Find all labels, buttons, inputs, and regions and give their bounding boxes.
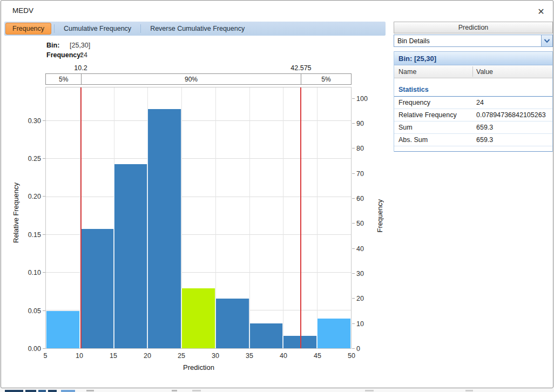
table-row[interactable]: Relative Frequency0.07894736842105263 (394, 109, 552, 121)
tick-mark (352, 273, 355, 274)
tab-strip: FrequencyCumulative FrequencyReverse Cum… (4, 22, 386, 36)
tick-mark (352, 223, 355, 224)
background-window-sliver (172, 390, 177, 391)
frequency-annotation-label: Frequency: (46, 51, 83, 59)
close-icon[interactable]: ✕ (535, 5, 548, 18)
tab-separator (54, 24, 55, 33)
x-axis-title: Prediction (183, 363, 214, 371)
table-gap (394, 78, 552, 83)
table-row[interactable]: Abs. Sum659.3 (394, 134, 552, 146)
x-axis-tick-labels: 5101520253035404550 (45, 352, 352, 361)
tick-mark (352, 98, 355, 99)
tick-mark (352, 298, 355, 299)
background-window-sliver (5, 390, 23, 392)
background-window-sliver (38, 390, 46, 392)
right-axis-tick: 20 (356, 295, 364, 302)
background-window-sliver (86, 390, 94, 391)
stat-name: Relative Frequency (394, 111, 476, 119)
right-axis-tick: 80 (356, 145, 364, 152)
x-axis-tick: 10 (76, 352, 83, 360)
tick-mark (352, 148, 355, 148)
tick-mark (352, 198, 355, 199)
x-axis-tick: 50 (348, 352, 355, 360)
percentile-segment: 90% (81, 74, 300, 84)
bin-annotation: Bin: [25,30] (46, 42, 59, 49)
histogram-window: MEDV ✕ FrequencyCumulative FrequencyReve… (1, 0, 553, 388)
right-axis-title: Frequency (376, 199, 384, 232)
tab-separator (140, 24, 141, 33)
stat-value: 659.3 (476, 124, 552, 131)
table-column-headers: Name Value (394, 65, 552, 78)
column-header-name: Name (394, 68, 476, 76)
percentile-band: 5%90%5% (45, 73, 352, 85)
background-window-sliver (365, 390, 374, 391)
background-window-sliver (465, 390, 473, 391)
column-header-value: Value (476, 68, 493, 76)
right-axis-tick-labels: 0102030405060708090100 (356, 87, 375, 349)
x-axis-tick: 20 (144, 352, 151, 360)
right-axis-tick-marks (1, 87, 355, 349)
stat-value: 24 (476, 99, 552, 106)
bin-details-dropdown[interactable]: Bin Details (394, 35, 553, 47)
x-axis-tick: 30 (212, 352, 219, 360)
background-window-sliver (192, 390, 201, 391)
window-title: MEDV (12, 6, 33, 15)
background-window-sliver (48, 390, 57, 392)
right-axis-tick: 30 (356, 270, 364, 278)
x-axis-tick: 40 (280, 352, 287, 360)
stat-name: Abs. Sum (394, 136, 476, 144)
right-axis-tick: 100 (356, 95, 368, 103)
tick-mark (352, 173, 355, 174)
column-divider (472, 66, 473, 77)
right-axis-tick: 90 (356, 120, 364, 127)
right-axis-tick: 70 (356, 170, 364, 178)
tick-mark (352, 348, 355, 349)
right-axis-tick: 60 (356, 195, 364, 202)
background-window-sliver (61, 390, 75, 392)
right-axis-tick: 40 (356, 245, 364, 253)
stat-name: Sum (394, 124, 476, 131)
tick-mark (352, 248, 355, 249)
tab-frequency[interactable]: Frequency (5, 23, 51, 35)
frequency-annotation: Frequency: 24 (46, 51, 83, 59)
percentile-segment: 5% (301, 74, 351, 84)
frequency-annotation-value: 24 (80, 51, 87, 59)
stat-value: 0.07894736842105263 (476, 111, 552, 119)
bin-annotation-label: Bin: (46, 42, 59, 49)
x-axis-tick: 5 (44, 352, 48, 360)
bin-details-dropdown-value: Bin Details (397, 37, 430, 45)
tick-mark (352, 323, 355, 324)
tick-mark (352, 123, 355, 124)
percentile-segment: 5% (46, 74, 81, 84)
statistics-section-header: Statistics (394, 83, 552, 97)
chevron-down-icon[interactable] (541, 35, 552, 46)
stat-value: 659.3 (476, 136, 552, 144)
percentile-marker-labels: 10.242.575 (45, 64, 352, 72)
x-axis-tick: 25 (178, 352, 185, 360)
x-axis-tick: 35 (246, 352, 253, 360)
bin-details-table: Bin: [25,30] Name Value Statistics Frequ… (394, 51, 553, 152)
right-axis-tick: 0 (356, 345, 360, 353)
right-axis-tick: 10 (356, 320, 364, 328)
table-bottom (394, 146, 552, 152)
percentile-value-label: 42.575 (290, 64, 311, 72)
panel-header-prediction[interactable]: Prediction (394, 22, 553, 33)
table-row[interactable]: Frequency24 (394, 97, 552, 109)
percentile-value-label: 10.2 (74, 64, 87, 72)
right-axis-tick: 50 (356, 220, 364, 227)
x-axis-tick: 45 (314, 352, 321, 360)
tab-cumulative-frequency[interactable]: Cumulative Frequency (57, 23, 138, 35)
bin-annotation-value: [25,30] (70, 42, 90, 49)
x-axis-tick: 15 (110, 352, 117, 360)
bin-details-header: Bin: [25,30] (394, 51, 552, 65)
prediction-panel: Prediction Bin Details Bin: [25,30] Name… (394, 22, 553, 152)
tab-reverse-cumulative-frequency[interactable]: Reverse Cumulative Frequency (144, 23, 251, 35)
table-row[interactable]: Sum659.3 (394, 121, 552, 134)
background-window-sliver (25, 390, 36, 392)
stat-name: Frequency (394, 99, 476, 106)
